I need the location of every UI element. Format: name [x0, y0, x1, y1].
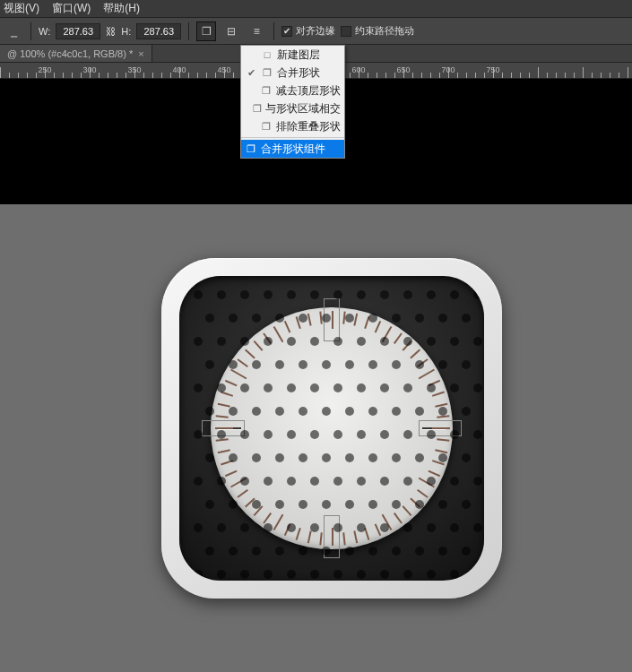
minute-tick: [215, 427, 233, 429]
grille-hole: [252, 500, 261, 509]
grille-hole: [205, 360, 214, 369]
grille-hole: [240, 430, 249, 439]
grille-hole: [392, 500, 401, 509]
height-input[interactable]: [136, 23, 181, 39]
grille-hole: [403, 290, 412, 299]
ruler-label: 250: [38, 65, 51, 74]
link-icon[interactable]: ⛓: [106, 26, 116, 37]
constrain-checkbox[interactable]: 约束路径拖动: [341, 24, 414, 38]
align-edges-checkbox[interactable]: ✔ 对齐边缘: [281, 24, 335, 38]
menu-item-highlighted[interactable]: ❐合并形状组件: [241, 140, 344, 158]
minute-tick: [417, 489, 429, 498]
grille-hole: [450, 337, 459, 346]
menu-view[interactable]: 视图(V): [4, 1, 39, 16]
grille-hole: [194, 477, 203, 486]
grille-hole: [345, 314, 354, 323]
grille-hole: [287, 383, 296, 392]
width-input[interactable]: [56, 23, 100, 39]
grille-hole: [287, 570, 296, 579]
grille-hole: [287, 430, 296, 439]
minute-tick: [432, 392, 445, 397]
grille-hole: [264, 523, 273, 532]
grille-hole: [310, 383, 319, 392]
grille-hole: [403, 477, 412, 486]
grille-hole: [392, 453, 401, 462]
grille-hole: [357, 523, 366, 532]
minute-tick: [375, 321, 382, 333]
check-mark-icon: ✔: [245, 67, 257, 79]
grille-hole: [333, 523, 342, 532]
grille-hole: [392, 360, 401, 369]
minute-tick: [263, 513, 272, 524]
grille-hole: [264, 430, 273, 439]
grille-hole: [205, 453, 214, 462]
grille-hole: [229, 500, 238, 509]
grille-hole: [357, 570, 366, 579]
menu-item[interactable]: □新建图层: [241, 46, 344, 64]
grille-hole: [357, 290, 366, 299]
toolbar-leading-icon[interactable]: ⎯: [4, 22, 23, 41]
menu-item-label: 合并形状: [277, 65, 320, 81]
grille-hole: [194, 337, 203, 346]
close-icon[interactable]: ×: [138, 48, 143, 59]
menu-item[interactable]: ❐排除重叠形状: [241, 117, 344, 135]
minute-tick: [273, 326, 284, 342]
grille-hole: [287, 337, 296, 346]
grille-hole: [392, 547, 401, 556]
grille-hole: [345, 453, 354, 462]
minute-tick: [432, 427, 450, 429]
grille-hole: [299, 360, 307, 369]
grille-hole: [462, 314, 471, 323]
grille-hole: [252, 453, 261, 462]
menu-bar: 视图(V) 窗口(W) 帮助(H): [0, 0, 632, 18]
menu-item[interactable]: ✔❐合并形状: [241, 64, 344, 82]
grille-hole: [438, 314, 447, 323]
grille-hole: [333, 570, 342, 579]
grille-hole: [217, 570, 226, 579]
grille-hole: [322, 453, 331, 462]
grille-hole: [450, 477, 459, 486]
grille-hole: [217, 523, 226, 532]
grille-hole: [473, 477, 482, 486]
ruler-label: 600: [351, 65, 365, 74]
grille-hole: [322, 314, 331, 323]
grille-hole: [368, 314, 377, 323]
grille-hole: [345, 500, 354, 509]
minute-tick: [394, 513, 403, 524]
grille-hole: [275, 500, 284, 509]
grille-hole: [217, 383, 226, 392]
grille-hole: [299, 547, 307, 556]
grille-hole: [438, 407, 447, 416]
grille-hole: [450, 290, 459, 299]
menu-window[interactable]: 窗口(W): [52, 1, 91, 16]
clock-icon-grille: [179, 276, 484, 581]
grille-hole: [217, 430, 226, 439]
menu-item[interactable]: ❐减去顶层形状: [241, 82, 344, 99]
shape-icon: ❐: [245, 143, 257, 155]
minute-tick: [437, 438, 449, 441]
tab-title: @ 100% (#c4c0c1, RGB/8) *: [7, 48, 133, 59]
grille-hole: [473, 290, 482, 299]
path-ops-button[interactable]: ❐: [196, 22, 216, 41]
minute-tick: [353, 314, 358, 326]
grille-hole: [310, 290, 319, 299]
minute-tick: [342, 532, 345, 545]
grille-hole: [368, 500, 377, 509]
grille-hole: [438, 453, 447, 462]
path-arrange-button[interactable]: ≡: [247, 22, 266, 41]
grille-hole: [194, 570, 203, 579]
path-align-button[interactable]: ⊟: [221, 22, 241, 41]
document-tab[interactable]: @ 100% (#c4c0c1, RGB/8) * ×: [0, 45, 152, 62]
grille-hole: [392, 314, 401, 323]
grille-hole: [462, 500, 471, 509]
grille-hole: [229, 547, 238, 556]
menu-help[interactable]: 帮助(H): [103, 1, 140, 16]
grille-hole: [194, 383, 203, 392]
grille-hole: [415, 453, 424, 462]
menu-item[interactable]: ❐与形状区域相交: [241, 99, 344, 117]
grille-hole: [368, 453, 377, 462]
grille-hole: [299, 500, 307, 509]
grille-hole: [252, 547, 261, 556]
menu-item-label: 排除重叠形状: [276, 119, 341, 134]
grille-hole: [240, 290, 249, 299]
